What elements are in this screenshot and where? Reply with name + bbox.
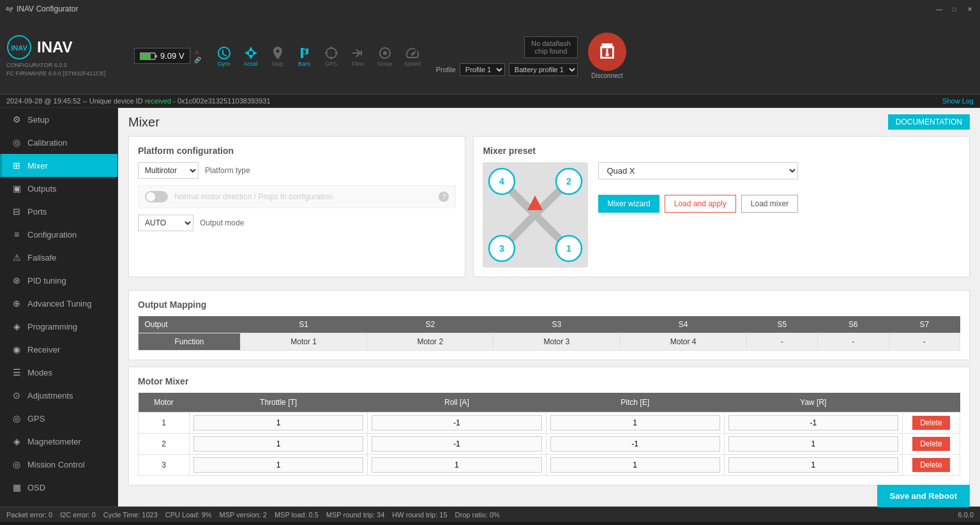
sidebar-item-receiver[interactable]: ◉ Receiver bbox=[0, 338, 117, 361]
mixer-preset-select[interactable]: Quad X Quad + Hex X Tricopter bbox=[598, 162, 798, 179]
osd-icon: ▦ bbox=[11, 482, 22, 492]
col-s5: S5 bbox=[746, 316, 817, 333]
platform-type-select[interactable]: Multirotor Fixed Wing Tricopter bbox=[138, 162, 199, 179]
disconnect-button[interactable]: Disconnect bbox=[588, 33, 626, 79]
mixer-preset-title: Mixer preset bbox=[483, 146, 960, 156]
yaw-input-3[interactable] bbox=[728, 457, 898, 473]
sensor-mag[interactable]: Mag bbox=[265, 43, 290, 70]
inav-logo-icon: INAV bbox=[6, 34, 32, 60]
motor-num-2: 2 bbox=[139, 434, 190, 455]
svg-text:4: 4 bbox=[500, 176, 505, 186]
sidebar-item-magnetometer[interactable]: ◈ Magnetometer bbox=[0, 430, 117, 453]
load-apply-button[interactable]: Load and apply bbox=[665, 195, 736, 213]
sensor-accel[interactable]: Accel bbox=[238, 43, 264, 70]
yaw-input-1[interactable] bbox=[728, 415, 898, 430]
yaw-input-2[interactable] bbox=[728, 436, 898, 452]
logo-text: INAV bbox=[37, 38, 73, 56]
pitch-input-2[interactable] bbox=[550, 436, 720, 452]
sidebar-label-advanced-tuning: Advanced Tuning bbox=[27, 299, 91, 308]
sidebar-item-mission-control[interactable]: ◎ Mission Control bbox=[0, 453, 117, 476]
profile-label: Profile bbox=[436, 66, 456, 73]
sidebar-label-outputs: Outputs bbox=[27, 184, 57, 194]
sidebar-label-configuration: Configuration bbox=[27, 230, 77, 240]
pitch-input-3[interactable] bbox=[550, 457, 720, 473]
sidebar-item-ports[interactable]: ⊟ Ports bbox=[0, 200, 117, 223]
sidebar-item-configuration[interactable]: ≡ Configuration bbox=[0, 223, 117, 246]
sidebar-item-failsafe[interactable]: ⚠ Failsafe bbox=[0, 246, 117, 269]
delete-motor-3-button[interactable]: Delete bbox=[912, 458, 950, 472]
mixer-icon: ⊞ bbox=[11, 160, 22, 171]
sidebar-item-led-strip[interactable]: ◈ LED Strip bbox=[0, 499, 117, 506]
sensor-baro[interactable]: Baro bbox=[292, 43, 317, 70]
function-s5: - bbox=[746, 333, 817, 351]
output-mode-select[interactable]: AUTO MOTORS SERVOS bbox=[138, 215, 193, 231]
sensor-gyro[interactable]: Gyro bbox=[211, 43, 237, 70]
motor-row-2: 2 Delete bbox=[139, 434, 960, 455]
configuration-icon: ≡ bbox=[11, 229, 22, 240]
battery-profile-select[interactable]: Battery profile 1 Battery profile 2 bbox=[509, 63, 578, 76]
motor-row-1: 1 Delete bbox=[139, 413, 960, 434]
pitch-input-1[interactable] bbox=[550, 415, 720, 430]
sidebar-item-programming[interactable]: ◈ Programming bbox=[0, 315, 117, 338]
msp-version: MSP version: 2 bbox=[220, 511, 267, 519]
sidebar-label-adjustments: Adjustments bbox=[27, 391, 73, 400]
motor-num-3: 3 bbox=[139, 455, 190, 476]
svg-text:1: 1 bbox=[567, 243, 572, 254]
save-reboot-button[interactable]: Save and Reboot bbox=[877, 485, 970, 507]
sidebar-item-mixer[interactable]: ⊞ Mixer bbox=[0, 154, 117, 177]
sensor-icons: Gyro Accel Mag Baro GPS Flow Sonar Spee bbox=[211, 43, 426, 70]
roll-input-2[interactable] bbox=[372, 436, 541, 452]
roll-input-1[interactable] bbox=[372, 415, 541, 430]
sidebar-item-gps[interactable]: ◎ GPS bbox=[0, 407, 117, 430]
app-icon: 🛩 bbox=[5, 4, 13, 13]
roll-input-3[interactable] bbox=[372, 457, 541, 473]
sensor-speed[interactable]: Speed bbox=[399, 43, 426, 70]
maximize-button[interactable]: □ bbox=[949, 4, 960, 14]
throttle-input-1[interactable] bbox=[193, 415, 363, 430]
motor-direction-toggle[interactable] bbox=[145, 191, 168, 202]
show-log-btn[interactable]: Show Log bbox=[942, 97, 974, 105]
disconnect-label: Disconnect bbox=[591, 72, 622, 79]
mixer-wizard-button[interactable]: Mixer wizard bbox=[598, 195, 659, 213]
sidebar-item-pid-tuning[interactable]: ⊛ PID tuning bbox=[0, 269, 117, 292]
modes-icon: ☰ bbox=[11, 367, 22, 377]
msp-load: MSP load: 0.5 bbox=[275, 511, 319, 519]
svg-rect-3 bbox=[155, 55, 157, 57]
load-mixer-button[interactable]: Load mixer bbox=[741, 195, 798, 213]
sidebar: ⚙ Setup ◎ Calibration ⊞ Mixer ▣ Outputs … bbox=[0, 108, 118, 506]
pitch-cell-2 bbox=[546, 434, 724, 455]
sidebar-item-adjustments[interactable]: ⊙ Adjustments bbox=[0, 384, 117, 407]
sidebar-item-advanced-tuning[interactable]: ⊕ Advanced Tuning bbox=[0, 292, 117, 315]
throttle-input-3[interactable] bbox=[193, 457, 363, 473]
sidebar-label-modes: Modes bbox=[27, 368, 52, 377]
sensor-flow[interactable]: Flow bbox=[345, 43, 371, 70]
sensor-gps[interactable]: GPS bbox=[319, 43, 344, 70]
throttle-cell-1 bbox=[190, 413, 368, 434]
voltage-area: 9.09 V ⚠ 🔗 bbox=[134, 48, 201, 64]
pitch-col-header: Pitch [E] bbox=[546, 393, 724, 413]
profile-select[interactable]: Profile 1 Profile 2 Profile 3 bbox=[460, 63, 505, 76]
content-area: Mixer DOCUMENTATION Platform configurati… bbox=[118, 108, 980, 506]
svg-text:2: 2 bbox=[567, 176, 572, 186]
sidebar-item-modes[interactable]: ☰ Modes bbox=[0, 361, 117, 384]
sidebar-item-osd[interactable]: ▦ OSD bbox=[0, 476, 117, 499]
close-button[interactable]: ✕ bbox=[965, 4, 975, 14]
svg-point-6 bbox=[383, 51, 387, 55]
sidebar-item-calibration[interactable]: ◎ Calibration bbox=[0, 131, 117, 154]
sidebar-item-setup[interactable]: ⚙ Setup bbox=[0, 108, 117, 131]
sidebar-item-outputs[interactable]: ▣ Outputs bbox=[0, 177, 117, 200]
platform-type-label: Platform type bbox=[205, 166, 250, 175]
led-strip-icon: ◈ bbox=[11, 505, 22, 506]
function-s4: Motor 4 bbox=[620, 333, 746, 351]
throttle-input-2[interactable] bbox=[193, 436, 363, 452]
sensor-sonar[interactable]: Sonar bbox=[372, 43, 398, 70]
documentation-button[interactable]: DOCUMENTATION bbox=[888, 114, 970, 130]
i2c-error: I2C error: 0 bbox=[60, 511, 96, 519]
minimize-button[interactable]: — bbox=[934, 4, 944, 14]
motor-direction-help-icon[interactable]: ? bbox=[439, 192, 449, 202]
motor-row-3: 3 Delete bbox=[139, 455, 960, 476]
drop-ratio: Drop ratio: 0% bbox=[455, 511, 500, 519]
delete-motor-1-button[interactable]: Delete bbox=[912, 416, 950, 430]
delete-motor-2-button[interactable]: Delete bbox=[912, 437, 950, 451]
setup-icon: ⚙ bbox=[11, 114, 22, 125]
